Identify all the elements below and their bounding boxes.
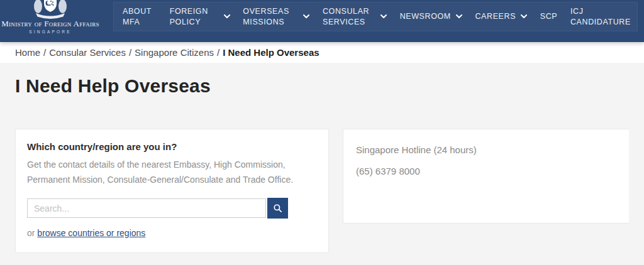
- search-row: [27, 198, 317, 219]
- page-content: I Need Help Overseas Which country/regio…: [0, 75, 644, 253]
- breadcrumb-link-consular-services[interactable]: Consular Services: [49, 47, 126, 58]
- mfa-crest-icon: [32, 0, 69, 19]
- chevron-down-icon: [380, 14, 387, 19]
- search-input[interactable]: [27, 198, 266, 218]
- nav-item-foreign-policy[interactable]: FOREIGN POLICY: [170, 6, 230, 28]
- chevron-down-icon: [303, 14, 309, 19]
- or-text: or: [27, 228, 35, 238]
- top-navbar: Ministry of Foreign Affairs SINGAPORE AB…: [0, 0, 644, 42]
- breadcrumb-current: I Need Help Overseas: [223, 47, 319, 58]
- breadcrumb-separator: /: [129, 47, 131, 58]
- search-icon: [273, 203, 282, 213]
- logo-subtitle: SINGAPORE: [29, 30, 71, 34]
- chevron-down-icon: [456, 14, 462, 19]
- breadcrumb-separator: /: [217, 47, 219, 58]
- country-card-description: Get the contact details of the nearest E…: [27, 157, 317, 187]
- nav-item-scp[interactable]: SCP: [540, 11, 558, 22]
- chevron-down-icon: [521, 14, 527, 19]
- nav-item-overseas-missions[interactable]: OVERSEAS MISSIONS: [243, 6, 309, 28]
- breadcrumb-link-singapore-citizens[interactable]: Singapore Citizens: [135, 47, 214, 58]
- main-nav: ABOUT MFA FOREIGN POLICY OVERSEAS MISSIO…: [113, 2, 638, 31]
- breadcrumb-separator: /: [43, 47, 46, 58]
- nav-item-icj-candidature[interactable]: ICJ CANDIDATURE: [570, 6, 628, 28]
- browse-countries-link[interactable]: browse countries or regions: [37, 228, 145, 238]
- nav-item-careers[interactable]: CAREERS: [475, 11, 527, 22]
- mfa-logo[interactable]: Ministry of Foreign Affairs SINGAPORE: [4, 0, 97, 34]
- logo-title: Ministry of Foreign Affairs: [1, 20, 99, 28]
- search-button[interactable]: [267, 198, 288, 219]
- hotline-label: Singapore Hotline (24 hours): [356, 144, 616, 155]
- nav-item-about-mfa[interactable]: ABOUT MFA: [123, 6, 157, 28]
- page-title: I Need Help Overseas: [15, 75, 629, 97]
- country-card-heading: Which country/region are you in?: [27, 141, 317, 152]
- country-search-card: Which country/region are you in? Get the…: [15, 129, 329, 253]
- breadcrumb: Home / Consular Services / Singapore Cit…: [0, 42, 644, 63]
- nav-item-consular-services[interactable]: CONSULAR SERVICES: [323, 6, 387, 28]
- chevron-down-icon: [224, 14, 230, 19]
- browse-row: or browse countries or regions: [27, 228, 317, 238]
- hotline-card: Singapore Hotline (24 hours) (65) 6379 8…: [343, 129, 629, 224]
- hotline-number: (65) 6379 8000: [356, 166, 616, 176]
- cards-row: Which country/region are you in? Get the…: [15, 129, 629, 253]
- nav-item-newsroom[interactable]: NEWSROOM: [400, 11, 462, 22]
- breadcrumb-link-home[interactable]: Home: [15, 47, 40, 58]
